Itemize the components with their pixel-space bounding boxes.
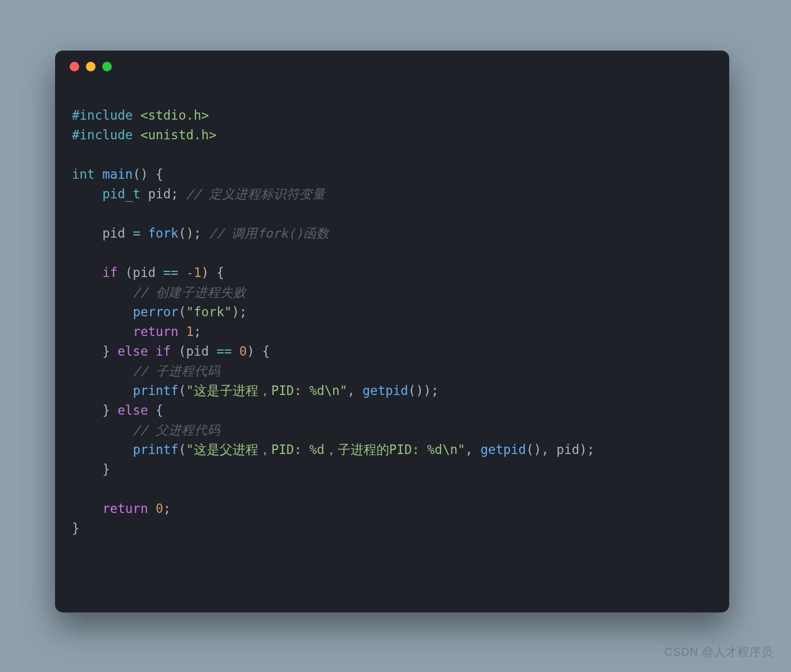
code-token: // 父进程代码 [133,423,220,437]
code-line: // 父进程代码 [72,420,718,440]
code-token: #include [72,108,133,122]
code-token: ( [179,305,187,319]
code-token [148,501,156,516]
traffic-light-close-icon[interactable] [70,62,79,71]
code-token [133,108,140,122]
code-token: "这是子进程，PID: %d\n" [186,383,347,398]
code-line: return 0; [72,499,718,519]
code-token: (), pid); [526,442,594,457]
code-token: int [72,167,95,181]
code-token: ; [163,501,171,516]
code-token: else [117,403,148,417]
code-token [133,128,140,142]
code-token: ( [179,442,187,457]
traffic-light-zoom-icon[interactable] [102,62,112,71]
code-token: "fork" [186,305,231,319]
code-line: int main() { [72,165,718,184]
code-token: <stdio.h> [140,108,209,122]
code-token: "这是父进程，PID: %d，子进程的PID: %d\n" [186,442,465,457]
code-line: } else { [72,401,718,420]
code-token: pid [72,226,133,240]
code-line: perror("fork"); [72,302,718,322]
code-token: ; [194,324,202,339]
code-token: ( [179,383,187,398]
code-token [72,305,133,319]
code-token: } [72,344,117,358]
code-token [72,383,133,398]
code-token: // 调用fork()函数 [209,226,329,240]
code-token: else [117,344,148,358]
code-token: (); [179,226,209,240]
code-token: perror [133,305,178,319]
code-token: = [133,226,140,240]
code-token: // 子进程代码 [133,364,220,378]
code-line [72,145,718,165]
code-line: return 1; [72,322,718,342]
code-line: printf("这是父进程，PID: %d，子进程的PID: %d\n", ge… [72,440,718,460]
code-block: #include <stdio.h>#include <unistd.h> in… [72,106,718,538]
code-token: pid; [140,187,186,201]
code-token: printf [133,442,178,457]
code-token: , [347,383,362,398]
code-token: == [163,265,179,280]
code-line: pid = fork(); // 调用fork()函数 [72,224,718,243]
code-token: return [102,501,148,516]
code-token: fork [148,226,178,240]
code-token [72,501,102,516]
code-token [72,324,133,339]
code-token: , [465,442,480,457]
code-token: } [72,403,117,417]
code-line [72,243,718,263]
code-token [231,344,239,358]
code-line: } else if (pid == 0) { [72,342,718,361]
code-token: ) { [247,344,270,358]
code-token: } [72,462,110,476]
code-token [140,226,148,240]
code-token: == [216,344,231,358]
watermark-text: CSDN @人才程序员 [664,644,773,660]
traffic-light-minimize-icon[interactable] [86,62,96,71]
code-token: if [156,344,171,358]
code-token: ); [231,305,247,319]
code-line [72,204,718,224]
code-token: printf [133,383,178,398]
code-token [72,285,133,299]
code-token: ()); [408,383,439,398]
code-line: printf("这是子进程，PID: %d\n", getpid()); [72,381,718,401]
code-token [72,187,102,201]
code-token: - [186,265,194,280]
code-line: if (pid == -1) { [72,263,718,283]
code-line: } [72,519,718,538]
code-token: (pid [117,265,163,280]
code-token [95,167,103,181]
code-token: getpid [480,442,526,457]
code-token: main [102,167,133,181]
code-line: // 子进程代码 [72,361,718,381]
window-titlebar [55,51,729,82]
code-token [72,364,133,378]
code-token: getpid [362,383,408,398]
code-token: ) { [201,265,224,280]
code-line: pid_t pid; // 定义进程标识符变量 [72,184,718,204]
code-token: 1 [186,324,194,339]
code-token: if [102,265,117,280]
code-token: 1 [194,265,202,280]
code-token: // 定义进程标识符变量 [186,187,325,201]
code-token: <unistd.h> [140,128,216,142]
code-window: #include <stdio.h>#include <unistd.h> in… [55,51,729,612]
code-token [179,265,187,280]
code-token: { [148,403,163,417]
code-line: #include <stdio.h> [72,106,718,125]
code-token: 0 [239,344,247,358]
code-token: #include [72,128,133,142]
code-token: (pid [171,344,216,358]
code-token [72,265,102,280]
code-token: pid_t [102,187,140,201]
code-token: 0 [156,501,163,516]
code-line: } [72,460,718,479]
code-line [72,479,718,499]
code-token: return [133,324,178,339]
code-token: () { [133,167,163,181]
code-token [72,423,133,437]
code-token [148,344,156,358]
